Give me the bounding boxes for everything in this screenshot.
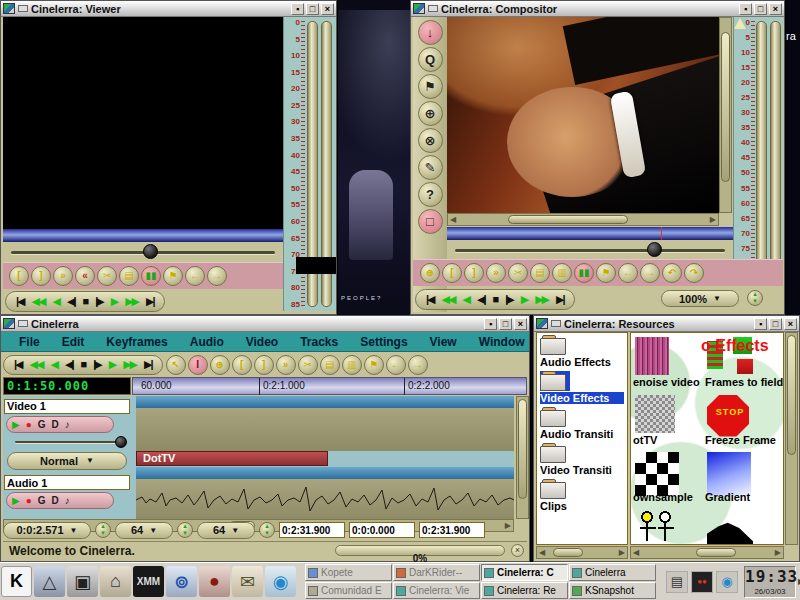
paste-button[interactable]: ▥ [552, 263, 572, 283]
projector-button[interactable]: ⊗ [418, 128, 443, 153]
show-desktop-button[interactable]: △ [34, 566, 65, 597]
splice-button[interactable]: » [276, 355, 296, 375]
menu-item[interactable]: Video [236, 335, 288, 349]
label-button[interactable]: ⚑ [364, 355, 384, 375]
menu-item[interactable]: View [420, 335, 467, 349]
keyframe-button[interactable]: ⊕ [210, 355, 230, 375]
sample-zoom-select[interactable]: 0:0:2.571 ▼ [3, 522, 91, 539]
prev-label-button[interactable]: ← [185, 266, 205, 286]
scroll-thumb[interactable] [721, 32, 730, 182]
label-button[interactable]: ⚑ [163, 266, 183, 286]
play-reverse-button[interactable]: ◀ [46, 355, 60, 374]
selection-end-field[interactable] [419, 522, 485, 538]
video-track-body[interactable] [136, 408, 514, 451]
jump-to-end-button[interactable]: ▶| [552, 290, 568, 309]
audio-track-bar[interactable] [136, 467, 514, 479]
k-menu-button[interactable]: K [1, 566, 32, 597]
menu-item[interactable]: File [9, 335, 50, 349]
close-button[interactable]: × [321, 3, 334, 15]
effect-item[interactable]: Histogram [705, 508, 777, 546]
compositor-vscrollbar[interactable] [719, 17, 732, 213]
redo-button[interactable]: ↷ [684, 263, 704, 283]
track-height-select[interactable]: 64 ▼ [197, 522, 255, 539]
play-button[interactable]: ▶ [107, 292, 121, 311]
track-play-toggle[interactable]: ▶ [12, 417, 20, 432]
maximize-button[interactable]: □ [499, 318, 512, 330]
next-edit-button[interactable]: → [408, 355, 428, 375]
pin-icon[interactable] [18, 320, 28, 327]
frame-reverse-button[interactable]: ◀| [473, 290, 489, 309]
folder-item[interactable]: Audio Transiti [537, 405, 627, 441]
fast-forward-button[interactable]: ▶▶ [531, 290, 552, 309]
menu-item[interactable]: Settings [350, 335, 417, 349]
out-point-button[interactable]: ] [31, 266, 51, 286]
folder-item[interactable]: Audio Effects [537, 333, 627, 369]
video-fader[interactable] [7, 435, 132, 449]
media-tray-icon[interactable]: ●● [691, 571, 713, 593]
menu-item[interactable]: Window [469, 335, 535, 349]
sample-zoom-stepper[interactable]: ▲ ▼ [95, 522, 111, 538]
close-button[interactable]: × [784, 318, 797, 330]
minimize-button[interactable]: ▪ [754, 318, 767, 330]
scroll-thumb[interactable] [508, 215, 628, 224]
menu-item[interactable]: Keyframes [96, 335, 177, 349]
cancel-operation-button[interactable]: × [511, 544, 524, 557]
track-mute-toggle[interactable]: ♪ [65, 417, 70, 432]
frame-forward-button[interactable]: |▶ [91, 292, 107, 311]
splice-button[interactable]: » [53, 266, 73, 286]
mail-button[interactable]: ✉ [232, 566, 263, 597]
cut-button[interactable]: ✂ [508, 263, 528, 283]
in-point-button[interactable]: [ [9, 266, 29, 286]
track-mute-toggle[interactable]: ♪ [65, 493, 70, 508]
fast-forward-button[interactable]: ▶▶ [121, 292, 142, 311]
track-draw-toggle[interactable]: D [52, 493, 59, 508]
paste-button[interactable]: ▥ [342, 355, 362, 375]
close-button[interactable]: × [769, 3, 782, 15]
effect-item[interactable]: ownsample [633, 450, 705, 505]
show-meters-button[interactable]: ▮▮ [574, 263, 594, 283]
out-point-button[interactable]: ] [254, 355, 274, 375]
stop-button[interactable]: ■ [488, 290, 501, 309]
stop-button[interactable]: ■ [78, 292, 91, 311]
minimize-button[interactable]: ▪ [484, 318, 497, 330]
play-button[interactable]: ▶ [105, 355, 119, 374]
selection-start-field[interactable] [279, 522, 345, 538]
rewind-button[interactable]: |◀ [12, 292, 28, 311]
xmms-button[interactable]: XMM [133, 566, 164, 597]
in-point-button[interactable]: [ [442, 263, 462, 283]
track-gang-toggle[interactable]: G [38, 417, 46, 432]
maximize-button[interactable]: □ [754, 3, 767, 15]
track-height-stepper[interactable]: ▲ ▼ [259, 522, 275, 538]
scroll-thumb[interactable] [553, 548, 583, 557]
menu-item[interactable]: Tracks [290, 335, 348, 349]
frame-reverse-button[interactable]: ◀| [63, 292, 79, 311]
stop-button[interactable]: ■ [76, 355, 89, 374]
play-reverse-button[interactable]: ◀ [458, 290, 472, 309]
taskbar-window-button[interactable]: DarKRider-- [393, 564, 480, 581]
fast-reverse-button[interactable]: ◀◀ [438, 290, 459, 309]
folder-item[interactable]: Clips [537, 477, 627, 513]
scroll-left-arrow[interactable]: ◀ [631, 548, 641, 557]
prev-label-button[interactable]: ← [618, 263, 638, 283]
in-point-button[interactable]: [ [232, 355, 252, 375]
fader-knob[interactable] [115, 436, 127, 448]
taskbar-window-button[interactable]: Kopete [305, 564, 392, 581]
frame-reverse-button[interactable]: ◀| [61, 355, 77, 374]
compositor-zoom-select[interactable]: 100% ▼ [661, 290, 739, 307]
scroll-thumb[interactable] [787, 335, 796, 455]
scroll-right-arrow[interactable]: ▶ [773, 548, 783, 557]
prev-edit-button[interactable]: ← [386, 355, 406, 375]
overlay-mode-select[interactable]: Normal ▼ [7, 452, 127, 470]
folder-item[interactable]: Video Effects [537, 369, 627, 405]
pin-icon[interactable] [428, 5, 438, 12]
minimize-button[interactable]: ▪ [739, 3, 752, 15]
tool-info-button[interactable]: □ [418, 209, 443, 234]
audio-track-body[interactable] [136, 479, 514, 519]
amplitude-zoom-select[interactable]: 64 ▼ [115, 522, 173, 539]
effect-bar-dottv[interactable]: DotTV [136, 451, 328, 466]
keyframe-button[interactable]: ⊕ [420, 263, 440, 283]
jump-to-end-button[interactable]: ▶| [140, 355, 156, 374]
track-play-toggle[interactable]: ▶ [12, 493, 20, 508]
scroll-left-arrow[interactable]: ◀ [448, 215, 458, 224]
maximize-button[interactable]: □ [769, 318, 782, 330]
